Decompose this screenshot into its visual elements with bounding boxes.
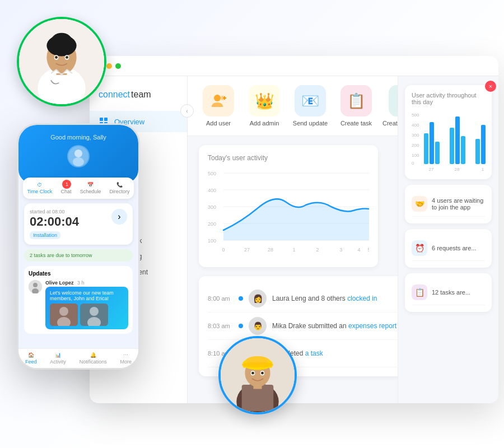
more-nav-icon: ⋯ <box>123 352 128 358</box>
svg-point-77 <box>242 362 274 367</box>
right-bar-chart: 500 400 300 200 100 0 <box>412 111 498 172</box>
dashboard-window: ‹ connectteam Overview Time C <box>90 56 498 403</box>
svg-text:28: 28 <box>268 247 273 253</box>
task-icon: 📋 <box>347 92 365 110</box>
create-task-icon-wrap: 📋 <box>340 85 372 116</box>
svg-point-76 <box>261 372 264 375</box>
svg-text:100: 100 <box>208 238 216 244</box>
updates-section: Updates Olive Lopez 3 <box>24 266 133 334</box>
svg-text:1: 1 <box>292 247 295 253</box>
notifications-nav-label: Notifications <box>80 359 107 365</box>
timeclock-nav-icon: ⏱ <box>37 182 42 188</box>
update-time: 3 h <box>77 280 85 286</box>
svg-rect-42 <box>424 133 428 164</box>
window-dot-green[interactable] <box>115 63 121 69</box>
handshake-icon: 🤝 <box>415 199 424 208</box>
activity-nav-label: Activity <box>50 359 66 365</box>
activity-text-2: Mika Drake submitted an expenses report <box>272 322 396 330</box>
svg-point-63 <box>90 307 99 316</box>
update-author-name: Olive Lopez <box>45 280 74 286</box>
schedule-nav-label: Schedule <box>80 189 101 194</box>
directory-nav-label: Directory <box>109 189 129 194</box>
activity-link-3[interactable]: a task <box>305 349 323 357</box>
phone-nav-timeclock[interactable]: ⏱ Time Clock <box>27 182 53 194</box>
svg-text:400: 400 <box>412 123 419 128</box>
window-dot-yellow[interactable] <box>106 63 112 69</box>
phone-body: started at 08:00 02:00:04 Installation ›… <box>18 199 138 348</box>
bottom-nav-feed[interactable]: 🏠 Feed <box>25 352 37 365</box>
phone-user-avatar <box>67 145 90 167</box>
send-update-label: Send update <box>293 120 328 127</box>
right-panel-chart-card: × User activity throughout this day 500 … <box>405 85 492 179</box>
activity-line-chart: 500 400 300 200 100 <box>208 169 369 258</box>
bottom-nav-more[interactable]: ⋯ More <box>120 352 132 365</box>
handshake-icon-wrap: 🤝 <box>412 196 427 212</box>
update-item-1: Olive Lopez 3 h Let's welcome our new te… <box>29 280 128 329</box>
svg-point-14 <box>214 95 221 101</box>
tasks-icon-wrap: 📋 <box>412 284 427 300</box>
activity-link-1[interactable]: clocked in <box>347 295 377 302</box>
stat-text-1: 4 users are waiting to join the app <box>432 197 485 211</box>
tasks-reminder: 2 tasks are due to tomorrow <box>24 249 133 262</box>
stat-item-3: 📋 12 tasks are... <box>412 280 485 305</box>
bottom-nav-activity[interactable]: 📊 Activity <box>50 352 66 365</box>
activity-dot-2 <box>239 324 243 328</box>
svg-text:4: 4 <box>357 247 360 253</box>
phone-bottom-nav: 🏠 Feed 📊 Activity 🔔 Notifications ⋯ More <box>18 348 138 368</box>
svg-text:27: 27 <box>244 247 250 253</box>
add-admin-button[interactable]: 👑 Add admin <box>245 85 284 127</box>
crown-icon: 👑 <box>255 92 274 110</box>
add-user-icon-wrap <box>203 85 234 116</box>
bottom-nav-notifications[interactable]: 🔔 Notifications <box>80 352 107 365</box>
svg-rect-46 <box>455 116 460 164</box>
logo-connect: connect <box>99 90 130 100</box>
phone-nav-schedule[interactable]: 📅 Schedule <box>80 182 101 194</box>
send-update-button[interactable]: 📧 Send update <box>291 85 330 127</box>
stat-text-3: 12 tasks are... <box>432 289 470 296</box>
timeclock-nav-label: Time Clock <box>27 189 53 194</box>
svg-text:500: 500 <box>208 171 216 176</box>
phone-nav: ⏱ Time Clock 💬 1 Chat 📅 Schedule 📞 Di <box>23 178 134 199</box>
sidebar-collapse-button[interactable]: ‹ <box>180 104 194 118</box>
create-task-button[interactable]: 📋 Create task <box>337 85 376 127</box>
phone-nav-directory[interactable]: 📞 Directory <box>109 182 129 194</box>
add-user-label: Add user <box>206 120 231 127</box>
requests-clock-icon: ⏰ <box>415 244 424 253</box>
notifications-nav-icon: 🔔 <box>90 352 96 358</box>
svg-text:3: 3 <box>339 247 342 253</box>
phone-screen: Good morning, Sally ⏱ Time Clock <box>18 125 138 368</box>
svg-point-55 <box>73 157 84 166</box>
tasks-list-icon: 📋 <box>415 288 424 297</box>
activity-avatar-2: 👨 <box>249 317 267 335</box>
activity-link-2[interactable]: expenses report <box>348 322 396 330</box>
svg-point-75 <box>251 372 254 375</box>
schedule-nav-icon: 📅 <box>87 182 94 188</box>
svg-text:300: 300 <box>208 204 216 210</box>
shift-started-label: started at 08:00 <box>30 209 79 214</box>
chat-badge: 1 <box>62 180 71 189</box>
add-admin-icon-wrap: 👑 <box>249 85 280 116</box>
phone-nav-chat[interactable]: 💬 1 Chat <box>60 182 71 194</box>
svg-text:300: 300 <box>412 133 419 138</box>
phone-mockup: Good morning, Sally ⏱ Time Clock <box>17 123 140 370</box>
phone-greeting: Good morning, Sally <box>25 134 132 141</box>
stat-item-1: 🤝 4 users are waiting to join the app <box>412 192 485 217</box>
update-image-1 <box>50 304 78 326</box>
phone-header: Good morning, Sally <box>18 125 138 183</box>
svg-text:0: 0 <box>222 247 225 253</box>
stat-card-requests: ⏰ 6 requests are... <box>405 229 492 268</box>
scene: ‹ connectteam Overview Time C <box>0 0 504 448</box>
svg-rect-43 <box>430 122 434 164</box>
close-panel-button[interactable]: × <box>485 81 496 92</box>
stat-text-2: 6 requests are... <box>432 245 477 251</box>
worker-image <box>221 338 295 412</box>
svg-point-8 <box>55 56 58 59</box>
update-author-avatar <box>29 280 42 293</box>
stat-card-users-waiting: 🤝 4 users are waiting to join the app <box>405 185 492 223</box>
add-user-button[interactable]: Add user <box>199 85 238 127</box>
update-content: Let's welcome our new team members, John… <box>45 287 128 329</box>
svg-rect-47 <box>461 136 465 164</box>
shift-chevron-button[interactable]: › <box>111 209 127 225</box>
svg-text:200: 200 <box>412 143 419 148</box>
update-images <box>50 304 124 326</box>
